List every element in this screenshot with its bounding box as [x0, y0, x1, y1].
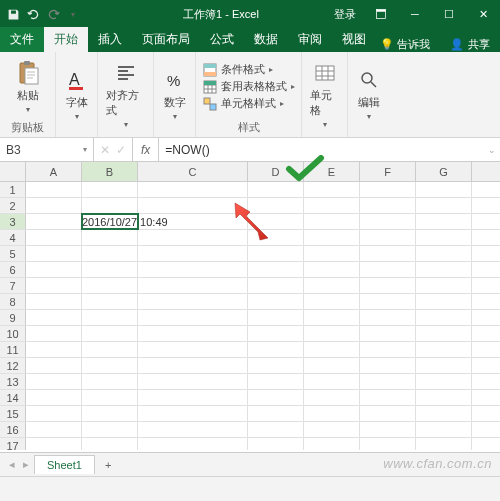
cell[interactable]: [26, 422, 82, 437]
cell[interactable]: [82, 358, 138, 373]
cell[interactable]: [82, 390, 138, 405]
cell-styles-button[interactable]: 单元格样式▸: [203, 96, 295, 111]
cell[interactable]: [26, 374, 82, 389]
cell[interactable]: [82, 182, 138, 197]
row-header[interactable]: 2: [0, 198, 26, 213]
cell[interactable]: [416, 358, 472, 373]
cell[interactable]: [82, 422, 138, 437]
cell[interactable]: [304, 262, 360, 277]
cell[interactable]: [416, 182, 472, 197]
row-header[interactable]: 17: [0, 438, 26, 450]
minimize-icon[interactable]: ─: [398, 0, 432, 28]
cell[interactable]: [360, 310, 416, 325]
cell[interactable]: [360, 278, 416, 293]
cell[interactable]: [82, 262, 138, 277]
tab-home[interactable]: 开始: [44, 27, 88, 52]
cell[interactable]: [360, 358, 416, 373]
cell[interactable]: [360, 326, 416, 341]
cell[interactable]: [82, 278, 138, 293]
cell[interactable]: [248, 358, 304, 373]
cell[interactable]: [82, 246, 138, 261]
row-header[interactable]: 4: [0, 230, 26, 245]
font-button[interactable]: A 字体▾: [62, 67, 92, 121]
cell[interactable]: [26, 182, 82, 197]
new-sheet-button[interactable]: +: [97, 459, 119, 471]
cell[interactable]: [248, 294, 304, 309]
cell[interactable]: [360, 198, 416, 213]
cell[interactable]: [360, 230, 416, 245]
cell[interactable]: [360, 422, 416, 437]
sheet-tab-1[interactable]: Sheet1: [34, 455, 95, 474]
cell[interactable]: [26, 198, 82, 213]
cell[interactable]: [138, 294, 248, 309]
tab-data[interactable]: 数据: [244, 27, 288, 52]
cell[interactable]: [82, 198, 138, 213]
cell[interactable]: [304, 310, 360, 325]
cell[interactable]: [26, 262, 82, 277]
cell[interactable]: [138, 278, 248, 293]
tab-page-layout[interactable]: 页面布局: [132, 27, 200, 52]
cell[interactable]: [26, 358, 82, 373]
cell[interactable]: [416, 390, 472, 405]
undo-icon[interactable]: [26, 7, 40, 21]
cell[interactable]: [248, 406, 304, 421]
format-table-button[interactable]: 套用表格格式▸: [203, 79, 295, 94]
cell[interactable]: [138, 438, 248, 450]
name-box[interactable]: B3 ▾: [0, 138, 94, 161]
cell[interactable]: [416, 342, 472, 357]
cell[interactable]: [304, 294, 360, 309]
cell[interactable]: [304, 422, 360, 437]
conditional-format-button[interactable]: 条件格式▸: [203, 62, 295, 77]
cell[interactable]: [26, 438, 82, 450]
cell[interactable]: [82, 326, 138, 341]
cell[interactable]: [82, 230, 138, 245]
cell[interactable]: [416, 326, 472, 341]
row-header[interactable]: 1: [0, 182, 26, 197]
col-header-g[interactable]: G: [416, 162, 472, 181]
cell[interactable]: [360, 406, 416, 421]
row-header[interactable]: 5: [0, 246, 26, 261]
cell[interactable]: [82, 294, 138, 309]
row-header[interactable]: 10: [0, 326, 26, 341]
cell[interactable]: [304, 198, 360, 213]
col-header-a[interactable]: A: [26, 162, 82, 181]
cell[interactable]: [138, 246, 248, 261]
cell[interactable]: [26, 390, 82, 405]
row-header[interactable]: 3: [0, 214, 26, 229]
cell[interactable]: 2016/10/27 10:49: [82, 214, 138, 229]
cell[interactable]: [416, 230, 472, 245]
qat-dropdown-icon[interactable]: ▾: [66, 7, 80, 21]
sheet-nav-prev-icon[interactable]: ◂: [6, 458, 18, 471]
tab-formulas[interactable]: 公式: [200, 27, 244, 52]
save-icon[interactable]: [6, 7, 20, 21]
cell[interactable]: [304, 358, 360, 373]
cell[interactable]: [416, 294, 472, 309]
cell[interactable]: [26, 342, 82, 357]
paste-button[interactable]: 粘贴 ▾: [13, 60, 43, 114]
cell[interactable]: [416, 246, 472, 261]
cell[interactable]: [248, 374, 304, 389]
cell[interactable]: [360, 294, 416, 309]
cell[interactable]: [360, 438, 416, 450]
col-header-c[interactable]: C: [138, 162, 248, 181]
cell[interactable]: [416, 438, 472, 450]
cell[interactable]: [138, 422, 248, 437]
editing-button[interactable]: 编辑▾: [354, 67, 384, 121]
cell[interactable]: [416, 406, 472, 421]
cell[interactable]: [248, 438, 304, 450]
row-header[interactable]: 7: [0, 278, 26, 293]
cell[interactable]: [304, 214, 360, 229]
cell[interactable]: [416, 262, 472, 277]
cell[interactable]: [138, 182, 248, 197]
row-header[interactable]: 8: [0, 294, 26, 309]
cell[interactable]: [304, 278, 360, 293]
cell[interactable]: [416, 198, 472, 213]
tab-view[interactable]: 视图: [332, 27, 376, 52]
cell[interactable]: [304, 342, 360, 357]
cell[interactable]: [360, 374, 416, 389]
cell[interactable]: [26, 278, 82, 293]
cell[interactable]: [304, 390, 360, 405]
cell[interactable]: [248, 326, 304, 341]
cell[interactable]: [416, 278, 472, 293]
tell-me[interactable]: 💡告诉我: [380, 37, 430, 52]
